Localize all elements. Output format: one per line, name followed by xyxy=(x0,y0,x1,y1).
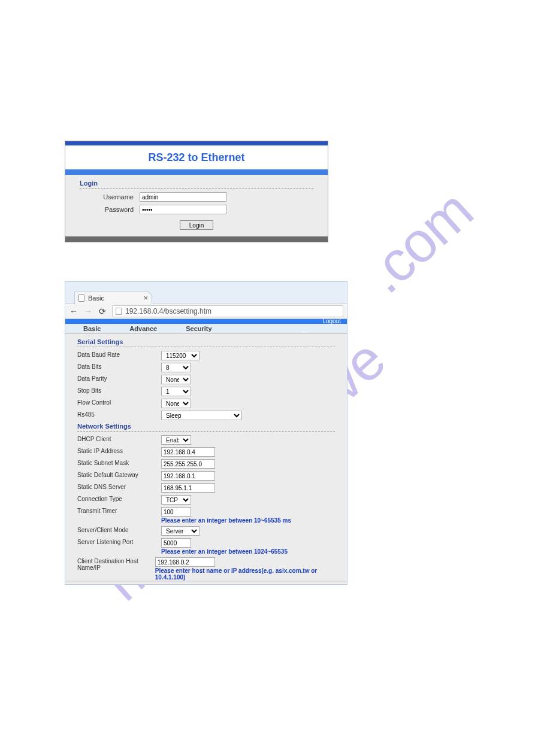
parity-label: Data Parity xyxy=(77,375,161,382)
baud-rate-label: Data Baud Rate xyxy=(77,351,161,358)
baud-rate-select[interactable]: 115200 xyxy=(161,351,200,360)
header: RS-232 to Ethernet xyxy=(65,145,328,169)
rs485-select[interactable]: Sleep xyxy=(161,411,242,420)
tab-security[interactable]: Security xyxy=(186,325,211,332)
login-button[interactable]: Login xyxy=(180,220,213,230)
content-area: Serial Settings Data Baud Rate 115200 Da… xyxy=(65,333,347,584)
listen-port-input[interactable] xyxy=(161,538,191,548)
password-row: Password xyxy=(80,205,313,214)
url-text: 192.168.0.4/bscsetting.htm xyxy=(125,307,211,315)
dhcp-label: DHCP Client xyxy=(77,435,161,442)
flow-control-select[interactable]: None xyxy=(161,399,191,408)
network-heading: Network Settings xyxy=(77,423,335,432)
browser-tab[interactable]: Basic × xyxy=(74,291,152,304)
transmit-timer-help: Please enter an integer between 10~65535… xyxy=(161,517,291,524)
logout-link[interactable]: Logout xyxy=(322,318,341,324)
footer-bar xyxy=(65,236,328,242)
tab-basic[interactable]: Basic xyxy=(83,325,101,332)
data-bits-label: Data Bits xyxy=(77,363,161,370)
listen-port-label: Server Listening Port xyxy=(77,538,161,545)
dns-label: Static DNS Server xyxy=(77,483,161,490)
listen-port-help: Please enter an integer between 1024~655… xyxy=(161,548,288,555)
address-bar: ← → ⟳ 192.168.0.4/bscsetting.htm xyxy=(65,303,347,319)
dest-host-help: Please enter host name or IP address(e.g… xyxy=(155,567,335,581)
stop-bits-select[interactable]: 1 xyxy=(161,387,191,396)
url-field[interactable]: 192.168.0.4/bscsetting.htm xyxy=(112,305,343,317)
bottom-shadow xyxy=(65,581,347,584)
forward-icon[interactable]: → xyxy=(83,306,93,316)
parity-select[interactable]: None xyxy=(161,375,191,384)
dest-host-input[interactable] xyxy=(155,557,215,567)
conn-type-select[interactable]: TCP xyxy=(161,495,191,505)
username-label: Username xyxy=(80,193,134,201)
top-bar xyxy=(65,141,328,145)
file-icon xyxy=(78,294,84,302)
flow-control-label: Flow Control xyxy=(77,399,161,406)
static-ip-label: Static IP Address xyxy=(77,447,161,454)
reload-icon[interactable]: ⟳ xyxy=(98,306,107,316)
stop-bits-label: Stop Bits xyxy=(77,387,161,394)
conn-type-label: Connection Type xyxy=(77,495,161,502)
static-ip-input[interactable] xyxy=(161,447,215,457)
serial-heading: Serial Settings xyxy=(77,338,335,347)
login-section-title: Login xyxy=(80,180,313,189)
browser-window: Basic × ← → ⟳ 192.168.0.4/bscsetting.htm… xyxy=(65,281,347,585)
login-window: RS-232 to Ethernet Login Username Passwo… xyxy=(65,141,328,242)
gateway-input[interactable] xyxy=(161,471,215,481)
transmit-timer-input[interactable] xyxy=(161,507,191,517)
tab-strip: Basic × xyxy=(65,282,347,303)
dest-host-label: Client Destination Host Name/IP xyxy=(77,557,155,571)
transmit-timer-label: Transmit Timer xyxy=(77,507,161,514)
tab-advance[interactable]: Advance xyxy=(129,325,157,332)
close-icon[interactable]: × xyxy=(143,293,148,302)
page-title: RS-232 to Ethernet xyxy=(148,151,244,163)
gateway-label: Static Default Gateway xyxy=(77,471,161,478)
tab-title: Basic xyxy=(88,294,104,302)
page-icon xyxy=(116,308,122,315)
subnet-label: Static Subnet Mask xyxy=(77,459,161,466)
dhcp-select[interactable]: Enable xyxy=(161,435,191,445)
subnet-input[interactable] xyxy=(161,459,215,469)
mode-select[interactable]: Server xyxy=(161,526,200,536)
watermark-part: .com xyxy=(353,178,485,306)
username-input[interactable] xyxy=(140,192,226,202)
rs485-label: Rs485 xyxy=(77,411,161,418)
mode-label: Server/Client Mode xyxy=(77,526,161,533)
username-row: Username xyxy=(80,192,313,202)
dns-input[interactable] xyxy=(161,483,215,493)
top-blue-bar: Logout xyxy=(65,319,347,324)
nav-tabs: Basic Advance Security xyxy=(65,324,347,333)
data-bits-select[interactable]: 8 xyxy=(161,363,191,372)
back-icon[interactable]: ← xyxy=(69,306,78,316)
password-input[interactable] xyxy=(140,205,226,214)
password-label: Password xyxy=(80,206,134,213)
accent-bar xyxy=(65,169,328,175)
